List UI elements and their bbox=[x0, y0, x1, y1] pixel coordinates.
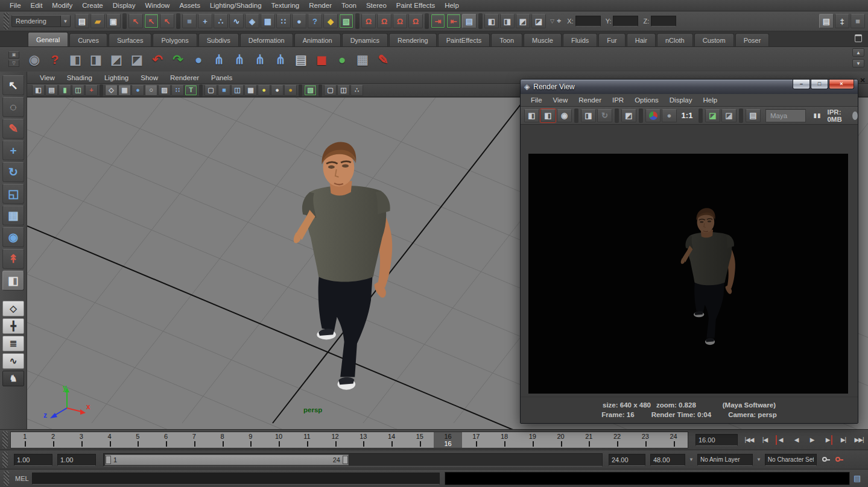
channel-box-icon[interactable]: ≡ bbox=[851, 14, 865, 28]
delete-sphere-shelf-icon[interactable]: ● bbox=[188, 49, 209, 69]
current-time-field[interactable] bbox=[695, 434, 738, 446]
menubar-item[interactable]: Paint Effects bbox=[391, 0, 440, 11]
shelf-scroll-up[interactable]: ▲ bbox=[852, 48, 864, 57]
menubar-item[interactable]: Render bbox=[304, 0, 337, 11]
input-connections-icon[interactable]: ⇥ bbox=[431, 14, 445, 28]
frame-tick[interactable]: 7 bbox=[180, 432, 209, 448]
rendered-image[interactable] bbox=[528, 154, 848, 394]
menubar-item[interactable]: Window bbox=[140, 0, 174, 11]
shaded-cube-icon[interactable]: ■ bbox=[218, 85, 230, 96]
shelf-option-icon[interactable]: ▣ bbox=[8, 51, 19, 58]
green-arrow-shelf-icon[interactable]: ↷ bbox=[168, 49, 188, 69]
frame-tick[interactable]: 2 bbox=[39, 432, 68, 448]
frame-tick[interactable]: 14 bbox=[378, 432, 406, 448]
double-cube-icon[interactable]: ◫ bbox=[337, 85, 350, 96]
render-region-icon[interactable]: ◩ bbox=[621, 109, 636, 122]
soft-modification-tool[interactable]: ◉ bbox=[2, 227, 24, 247]
shelf-tab[interactable]: Dynamics bbox=[342, 33, 388, 46]
flat-shade-icon[interactable]: ○ bbox=[145, 85, 157, 96]
select-cube-shelf-icon[interactable]: ◼ bbox=[311, 49, 332, 69]
menubar-item[interactable]: Display bbox=[108, 0, 141, 11]
step-forward-frame-button[interactable]: ▶ bbox=[820, 433, 835, 447]
last-tool-camera[interactable]: ◧ bbox=[2, 271, 24, 291]
command-line-grip[interactable] bbox=[4, 471, 9, 486]
snap-magnet-plane-icon[interactable]: Ω bbox=[408, 14, 423, 28]
snap-magnet-grid-icon[interactable]: Ω bbox=[361, 14, 376, 28]
separator[interactable] bbox=[299, 84, 302, 96]
shelf-tab[interactable]: Polygons bbox=[153, 33, 197, 46]
paint-brush-shelf-icon[interactable]: ✎ bbox=[373, 49, 393, 69]
auto-keyframe-icon[interactable] bbox=[835, 456, 843, 464]
save-scene-icon[interactable]: ▣ bbox=[106, 14, 121, 28]
render-current-frame-icon[interactable]: ◧ bbox=[484, 14, 499, 28]
render-current-frame-icon[interactable]: ◧ bbox=[540, 109, 556, 122]
frame-tick[interactable]: 12 bbox=[321, 432, 349, 448]
camera-attributes-icon[interactable]: ▤ bbox=[45, 85, 58, 96]
menubar-item[interactable]: Create bbox=[77, 0, 108, 11]
refresh-ipr-icon[interactable]: ↻ bbox=[597, 109, 612, 122]
frame-tick[interactable]: 4 bbox=[95, 432, 124, 448]
shelf-tab[interactable]: nCloth bbox=[657, 33, 693, 46]
use-background-icon[interactable]: ▩ bbox=[244, 85, 257, 96]
xray-icon[interactable]: ▨ bbox=[158, 85, 171, 96]
play-forwards-button[interactable]: ▶ bbox=[804, 433, 820, 447]
open-render-settings-icon[interactable]: ▤ bbox=[746, 109, 761, 122]
key-light-icon[interactable]: ● bbox=[258, 85, 270, 96]
share-nodes-icon[interactable]: ∴ bbox=[350, 85, 363, 96]
range-track[interactable]: 1 24 bbox=[103, 453, 603, 467]
script-editor-icon[interactable]: ▤ bbox=[854, 474, 861, 483]
wireframe-icon[interactable]: ◇ bbox=[105, 85, 118, 96]
alpha-channel-icon[interactable]: ● bbox=[662, 109, 677, 122]
separator[interactable] bbox=[199, 84, 203, 96]
character-model[interactable] bbox=[290, 139, 401, 395]
separator[interactable] bbox=[615, 108, 619, 123]
frame-tick[interactable]: 5 bbox=[124, 432, 152, 448]
keep-image-icon[interactable]: ◪ bbox=[705, 109, 720, 122]
menubar-item[interactable]: Texturing bbox=[267, 0, 305, 11]
frame-tick[interactable]: 21 bbox=[575, 432, 603, 448]
shelf-tab[interactable]: Subdivs bbox=[198, 33, 239, 46]
delete-shelf-icon[interactable] bbox=[855, 34, 862, 42]
camera-dolly-shelf-icon[interactable]: ◩ bbox=[106, 49, 127, 69]
close-icon[interactable]: ✕ bbox=[858, 76, 867, 85]
step-back-frame-button[interactable]: ◀ bbox=[773, 433, 788, 447]
one-to-one-icon[interactable]: 1:1 bbox=[678, 109, 696, 122]
ik-handle-shelf-icon[interactable]: ⋔ bbox=[229, 49, 250, 69]
outliner-layout-button[interactable]: ≣ bbox=[2, 336, 24, 351]
shelf-tab[interactable]: Animation bbox=[294, 33, 341, 46]
frame-tick[interactable]: 8 bbox=[208, 432, 236, 448]
shelf-scroll-down[interactable]: ▼ bbox=[852, 59, 864, 68]
frame-ruler[interactable]: 1 2 3 4 5 bbox=[10, 432, 688, 448]
select-camera-icon[interactable]: ◧ bbox=[32, 85, 45, 96]
frame-tick[interactable]: 15 bbox=[406, 432, 434, 448]
menubar-item[interactable]: Assets bbox=[174, 0, 205, 11]
viewport-menu-item[interactable]: Shading bbox=[62, 74, 98, 81]
rotate-tool[interactable]: ↻ bbox=[2, 162, 24, 182]
attribute-editor-icon[interactable]: ▤ bbox=[819, 14, 834, 28]
range-slider-grip[interactable] bbox=[2, 451, 8, 468]
play-backwards-button[interactable]: ◀ bbox=[788, 433, 804, 447]
menubar-item[interactable]: Modify bbox=[47, 0, 77, 11]
wire-cube-icon[interactable]: ▢ bbox=[324, 85, 337, 96]
snap-points-icon[interactable]: ∴ bbox=[214, 14, 228, 28]
single-pane-layout-button[interactable]: ◇ bbox=[2, 301, 24, 316]
render-view-menu-item[interactable]: Display bbox=[664, 96, 698, 104]
status-line-grip[interactable] bbox=[4, 13, 9, 30]
rim-light-icon[interactable]: ● bbox=[284, 85, 297, 96]
vertices-icon[interactable]: ∷ bbox=[171, 85, 184, 96]
help-icon[interactable]: ? bbox=[308, 14, 322, 28]
separator[interactable] bbox=[574, 108, 578, 123]
frame-tick[interactable]: 22 bbox=[603, 432, 632, 448]
character-set-field[interactable] bbox=[765, 454, 817, 466]
ik-spline-shelf-icon[interactable]: ⋔ bbox=[250, 49, 270, 69]
graph-layout-button[interactable]: ∿ bbox=[2, 353, 24, 369]
separator[interactable] bbox=[318, 84, 322, 96]
chevron-down-icon[interactable]: ▼ bbox=[60, 16, 70, 27]
open-scene-icon[interactable]: ▰ bbox=[90, 14, 105, 28]
render-view-menu-item[interactable]: View bbox=[548, 96, 574, 104]
playback-range-bar[interactable]: 1 24 bbox=[105, 454, 349, 465]
camera-orbit-shelf-icon[interactable]: ◧ bbox=[65, 49, 86, 69]
menubar-item[interactable]: Lighting/Shading bbox=[205, 0, 267, 11]
select-object-icon[interactable]: ↖ bbox=[144, 14, 159, 28]
frame-tick[interactable]: 20 bbox=[546, 432, 575, 448]
